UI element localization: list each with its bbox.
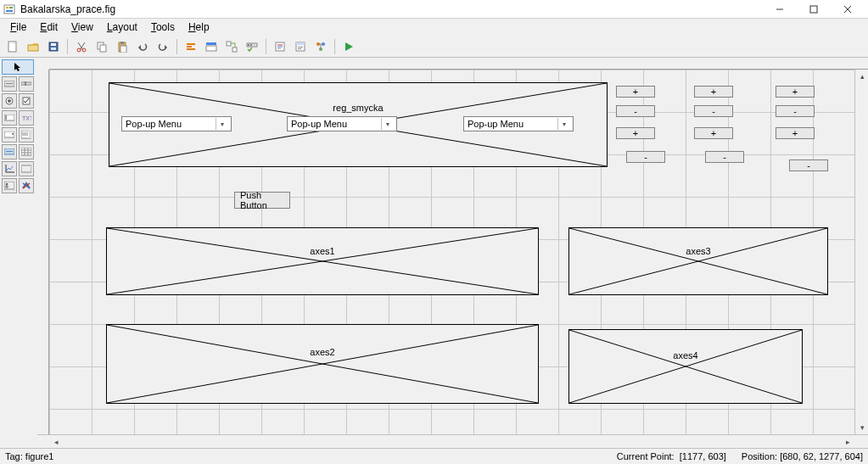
property-inspector-icon[interactable]: [291, 37, 310, 56]
radiobutton-tool[interactable]: [2, 93, 17, 109]
menu-edit[interactable]: Edit: [33, 20, 64, 35]
menu-help[interactable]: Help: [182, 20, 216, 35]
axes-label: reg_smycka: [333, 103, 383, 113]
vertical-scrollbar[interactable]: ▴ ▾: [854, 70, 868, 434]
activex-tool[interactable]: [19, 178, 34, 193]
plus-button[interactable]: +: [776, 127, 815, 139]
paste-icon[interactable]: [113, 37, 132, 56]
menu-layout[interactable]: Layout: [100, 20, 144, 35]
menu-file[interactable]: File: [3, 20, 33, 35]
toolbar-separator: [67, 39, 68, 54]
pushbutton-tool[interactable]: [2, 76, 17, 92]
object-browser-icon[interactable]: [311, 37, 330, 56]
cut-icon[interactable]: [72, 37, 91, 56]
svg-rect-0: [4, 5, 14, 14]
tab-order-icon[interactable]: [222, 37, 241, 56]
popup-label: Pop-up Menu: [468, 119, 524, 129]
scroll-down-icon[interactable]: ▾: [855, 421, 868, 434]
menubar: File Edit View Layout Tools Help: [0, 19, 868, 36]
minus-button[interactable]: -: [626, 151, 665, 163]
minus-button[interactable]: -: [789, 159, 828, 171]
plus-button[interactable]: +: [694, 127, 733, 139]
listbox-tool[interactable]: [19, 127, 34, 143]
menu-tools[interactable]: Tools: [144, 20, 182, 35]
svg-rect-29: [206, 46, 216, 51]
togglebutton-tool[interactable]: [2, 144, 17, 159]
scroll-up-icon[interactable]: ▴: [855, 70, 868, 83]
axes-tool[interactable]: [2, 161, 17, 176]
svg-rect-28: [206, 42, 216, 45]
canvas-wrap: reg_smycka Pop-up Menu ▾ Pop-up Menu ▾ P…: [37, 58, 868, 448]
plus-button[interactable]: +: [616, 127, 655, 139]
svg-rect-13: [51, 48, 56, 50]
open-icon[interactable]: [24, 37, 42, 56]
buttongroup-tool[interactable]: [2, 178, 17, 193]
push-button[interactable]: Push Button: [234, 192, 290, 209]
menu-view[interactable]: View: [64, 20, 100, 35]
minus-button[interactable]: -: [776, 105, 815, 117]
slider-tool[interactable]: [19, 76, 34, 92]
axes1[interactable]: axes1: [106, 227, 539, 295]
axes-label: axes3: [686, 246, 710, 256]
maximize-button[interactable]: [797, 0, 831, 19]
new-icon[interactable]: [3, 37, 22, 56]
design-canvas[interactable]: reg_smycka Pop-up Menu ▾ Pop-up Menu ▾ P…: [49, 70, 868, 434]
redo-icon[interactable]: [154, 37, 172, 56]
svg-rect-5: [810, 6, 817, 13]
checkbox-tool[interactable]: [19, 93, 34, 109]
svg-rect-21: [120, 42, 124, 44]
popup-menu-3[interactable]: Pop-up Menu ▾: [463, 116, 574, 131]
chevron-down-icon: ▾: [381, 118, 393, 130]
scroll-left-icon[interactable]: ◂: [49, 435, 63, 449]
align-icon[interactable]: [182, 37, 200, 56]
axes-label: axes1: [310, 246, 334, 256]
popup-menu-1[interactable]: Pop-up Menu ▾: [121, 116, 232, 131]
editor-icon[interactable]: [271, 37, 289, 56]
status-current-point: Current Point: [1177, 603]: [617, 451, 726, 461]
axes2[interactable]: axes2: [106, 324, 539, 404]
horizontal-scrollbar[interactable]: ◂ ▸: [37, 434, 868, 448]
edittext-tool[interactable]: [2, 110, 17, 126]
minus-button[interactable]: -: [616, 105, 655, 117]
minus-button[interactable]: -: [705, 151, 744, 163]
minus-button[interactable]: -: [694, 105, 733, 117]
table-tool[interactable]: [19, 144, 34, 159]
push-button-label: Push Button: [240, 190, 284, 210]
svg-marker-24: [165, 45, 167, 50]
menu-editor-icon[interactable]: [202, 37, 221, 56]
svg-rect-25: [187, 43, 195, 45]
close-button[interactable]: [831, 0, 865, 19]
popupmenu-tool[interactable]: [2, 127, 17, 143]
save-icon[interactable]: [44, 37, 63, 56]
popup-menu-2[interactable]: Pop-up Menu ▾: [287, 116, 397, 131]
svg-rect-27: [187, 48, 195, 50]
undo-icon[interactable]: [133, 37, 152, 56]
panel-tool[interactable]: [19, 161, 34, 176]
chevron-down-icon: ▾: [216, 118, 227, 130]
status-bar: Tag: figure1 Current Point: [1177, 603] …: [0, 448, 868, 464]
status-tag: Tag: figure1: [5, 451, 53, 461]
svg-rect-3: [6, 10, 13, 12]
statictext-tool[interactable]: TXT: [19, 110, 34, 126]
copy-icon[interactable]: [92, 37, 111, 56]
svg-rect-65: [29, 131, 31, 138]
plus-button[interactable]: +: [616, 86, 655, 98]
chevron-down-icon: ▾: [557, 118, 569, 130]
plus-button[interactable]: +: [694, 86, 733, 98]
svg-marker-49: [14, 63, 20, 71]
svg-rect-31: [232, 48, 237, 52]
minimize-button[interactable]: [763, 0, 797, 19]
axes4[interactable]: axes4: [568, 329, 803, 404]
toolbar-editor-icon[interactable]: [243, 37, 261, 56]
axes3[interactable]: axes3: [568, 227, 828, 295]
toolbar-separator: [266, 39, 266, 54]
ruler-vertical: [37, 70, 49, 434]
select-tool[interactable]: [2, 59, 34, 75]
svg-rect-77: [4, 182, 14, 189]
svg-rect-41: [298, 47, 303, 48]
svg-rect-68: [21, 148, 31, 155]
plus-button[interactable]: +: [776, 86, 815, 98]
scroll-right-icon[interactable]: ▸: [841, 435, 854, 449]
run-icon[interactable]: [339, 37, 358, 56]
svg-text:TXT: TXT: [22, 115, 31, 121]
